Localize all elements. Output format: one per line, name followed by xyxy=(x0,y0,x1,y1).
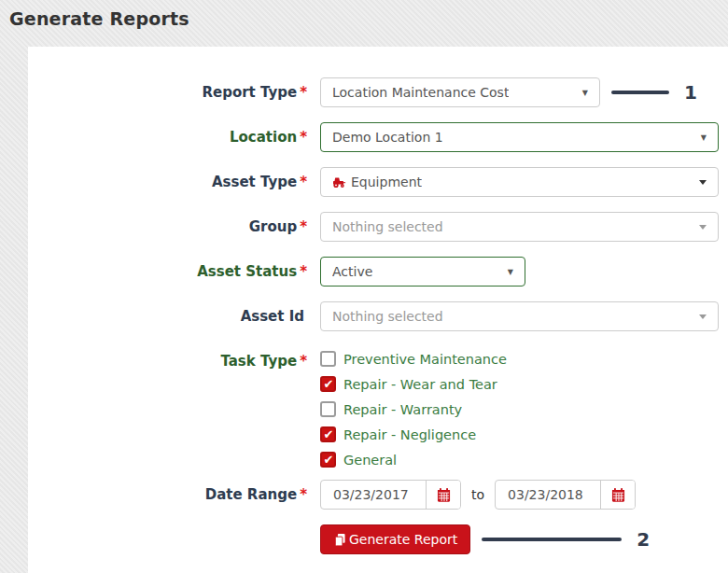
caret-down-icon xyxy=(699,314,707,319)
checkbox-icon[interactable] xyxy=(320,351,336,367)
required-asterisk: * xyxy=(300,174,307,190)
report-type-label-text: Report Type xyxy=(202,84,297,101)
report-type-select[interactable]: Location Maintenance Cost ▼ xyxy=(320,77,600,107)
date-range-row: Date Range* 03/23/2017 xyxy=(28,480,728,510)
asset-status-label: Asset Status* xyxy=(28,257,320,281)
generate-report-form: Report Type* Location Maintenance Cost ▼… xyxy=(28,47,728,554)
annotation-number: 2 xyxy=(637,528,650,551)
chevron-down-icon: ▼ xyxy=(701,133,707,142)
date-from-calendar-button[interactable] xyxy=(426,481,460,509)
required-asterisk: * xyxy=(300,486,307,503)
checkbox-general[interactable]: General xyxy=(320,447,507,472)
required-asterisk: * xyxy=(300,84,307,101)
asset-status-select[interactable]: Active ▼ xyxy=(320,257,525,286)
date-range-controls: 03/23/2017 xyxy=(320,480,636,510)
task-type-checkbox-list: Preventive Maintenance Repair - Wear and… xyxy=(320,346,507,472)
asset-id-select[interactable]: Nothing selected xyxy=(320,301,719,331)
task-type-row: Task Type* Preventive Maintenance Repair… xyxy=(28,346,728,472)
calendar-icon xyxy=(611,488,625,502)
report-type-row: Report Type* Location Maintenance Cost ▼… xyxy=(28,77,728,107)
generate-report-button[interactable]: Generate Report xyxy=(320,524,470,554)
asset-id-row: Asset Id Nothing selected xyxy=(28,301,728,331)
asset-id-placeholder: Nothing selected xyxy=(332,309,443,324)
chevron-down-icon: ▼ xyxy=(582,89,588,97)
date-from-group: 03/23/2017 xyxy=(320,480,461,510)
asset-type-select[interactable]: Equipment xyxy=(320,167,719,197)
checkbox-label[interactable]: Preventive Maintenance xyxy=(343,352,507,367)
annotation-line xyxy=(482,538,622,541)
date-from-input[interactable]: 03/23/2017 xyxy=(321,481,426,509)
date-to-group: 03/23/2018 xyxy=(495,480,636,510)
asset-id-label: Asset Id xyxy=(28,301,320,326)
chevron-down-icon: ▼ xyxy=(508,268,513,276)
annotation-number: 1 xyxy=(684,81,697,104)
annotation-step2: 2 xyxy=(482,524,650,554)
checkbox-icon[interactable] xyxy=(320,401,336,417)
group-select[interactable]: Nothing selected xyxy=(320,212,719,242)
annotation-step1: 1 xyxy=(611,77,697,107)
report-form-panel: Report Type* Location Maintenance Cost ▼… xyxy=(28,47,728,573)
task-type-label: Task Type* xyxy=(28,346,320,370)
checkbox-repair-negligence[interactable]: Repair - Negligence xyxy=(320,422,507,447)
report-type-value: Location Maintenance Cost xyxy=(332,85,509,100)
required-asterisk: * xyxy=(300,129,307,146)
required-asterisk: * xyxy=(300,218,307,235)
calendar-icon xyxy=(437,488,451,502)
checkbox-label[interactable]: Repair - Wear and Tear xyxy=(343,377,497,392)
caret-down-icon xyxy=(699,225,707,230)
date-to-input[interactable]: 03/23/2018 xyxy=(496,481,600,509)
asset-type-row: Asset Type* Eq xyxy=(28,167,728,197)
checkbox-preventive-maintenance[interactable]: Preventive Maintenance xyxy=(320,346,507,371)
group-row: Group* Nothing selected xyxy=(28,212,728,242)
checkbox-repair-warranty[interactable]: Repair - Warranty xyxy=(320,397,507,422)
date-to-calendar-button[interactable] xyxy=(600,481,635,509)
date-range-label-text: Date Range xyxy=(205,486,297,503)
asset-status-row: Asset Status* Active ▼ xyxy=(28,257,728,286)
group-label-text: Group xyxy=(249,218,297,235)
checkbox-icon[interactable] xyxy=(320,426,336,442)
caret-down-icon xyxy=(699,180,707,185)
equipment-icon xyxy=(332,175,346,189)
asset-type-value: Equipment xyxy=(351,175,422,189)
submit-row: Generate Report 2 xyxy=(28,524,728,554)
date-range-label: Date Range* xyxy=(28,480,320,504)
location-select[interactable]: Demo Location 1 ▼ xyxy=(320,122,719,152)
location-label-text: Location xyxy=(230,129,297,146)
generate-report-button-label: Generate Report xyxy=(349,532,457,547)
group-placeholder: Nothing selected xyxy=(332,219,443,234)
group-label: Group* xyxy=(28,212,320,236)
asset-status-label-text: Asset Status xyxy=(197,263,297,280)
page-title: Generate Reports xyxy=(0,0,728,29)
location-label: Location* xyxy=(28,122,320,147)
checkbox-repair-wear-and-tear[interactable]: Repair - Wear and Tear xyxy=(320,371,507,397)
checkbox-label[interactable]: Repair - Warranty xyxy=(343,402,462,417)
date-range-separator: to xyxy=(471,487,484,502)
asset-status-value: Active xyxy=(332,264,372,279)
checkbox-icon[interactable] xyxy=(320,376,336,392)
location-row: Location* Demo Location 1 ▼ xyxy=(28,122,728,152)
location-value: Demo Location 1 xyxy=(332,130,443,145)
required-asterisk: * xyxy=(300,263,307,280)
task-type-label-text: Task Type xyxy=(220,353,297,370)
report-type-label: Report Type* xyxy=(28,77,320,102)
annotation-line xyxy=(611,91,669,94)
checkbox-label[interactable]: General xyxy=(343,453,397,468)
checkbox-label[interactable]: Repair - Negligence xyxy=(343,427,476,442)
required-asterisk: * xyxy=(300,353,307,370)
submit-row-spacer xyxy=(28,524,320,530)
asset-type-label-text: Asset Type xyxy=(212,174,297,190)
checkbox-icon[interactable] xyxy=(320,452,336,468)
asset-id-label-text: Asset Id xyxy=(241,308,304,325)
generate-report-icon xyxy=(333,533,347,547)
asset-type-label: Asset Type* xyxy=(28,167,320,191)
